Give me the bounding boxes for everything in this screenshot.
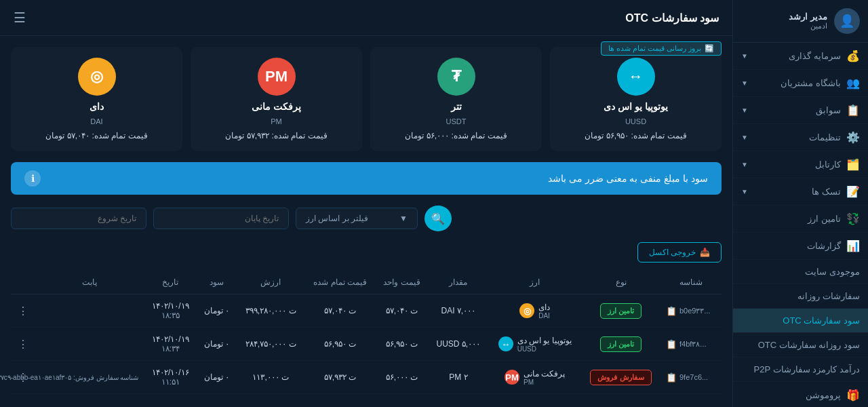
update-badge-label: بروز رسانی قیمت تمام شده ها <box>608 44 701 53</box>
crypto-card-dai: ◎ دای DAI قیمت تمام شده: ۵۷,۰۴۰ تومان <box>11 47 182 151</box>
sidebar-item-wallet[interactable]: 🗂️کارتابل▼ <box>733 151 868 178</box>
sidebar-label-supply: تامین ارز <box>808 214 841 224</box>
type-badge-0: تامین ارز <box>600 303 642 319</box>
cell-currency-2: پرفکت مانی PM PM <box>488 361 581 394</box>
sidebar-item-tasks[interactable]: 📝تسک ها▼ <box>733 178 868 206</box>
sidebar-item-inner-reports: 📊گزارشات <box>807 239 860 252</box>
copy-icon-2[interactable]: 📋 <box>666 372 677 383</box>
hash-value-2: 📋 9fe7c6... <box>666 372 716 383</box>
hash-value-1: 📋 f4bf۳۸... <box>666 339 716 349</box>
sidebar-item-p2p-income[interactable]: درآمد کارمزد سفارشات P2P <box>733 357 868 382</box>
page-title: سود سفارشات OTC <box>625 12 719 24</box>
crypto-price-pm: قیمت تمام شده: ۵۷,۹۳۲ تومان <box>225 131 327 140</box>
table-row: 📋 9fe7c6... سفارش فروش پرفکت مانی PM PM … <box>11 361 722 394</box>
chevron-down-icon-customers: ▼ <box>741 79 748 87</box>
crypto-price-usdt: قیمت تمام شده: ۵۶,۰۰۰ تومان <box>405 131 507 140</box>
sidebar-item-inner-p2p-income: درآمد کارمزد سفارشات P2P <box>754 364 860 374</box>
sidebar-nav: 💰سرمایه گذاری▼👥باشگاه مشتریان▼📋سوابق▼⚙️ت… <box>733 43 868 407</box>
sidebar-item-inner-customers: 👥باشگاه مشتریان <box>781 77 860 90</box>
currency-cell-0: دای DAI ◎ <box>494 303 576 319</box>
crypto-icon-dai: ◎ <box>78 58 116 96</box>
sidebar-item-inner-otc-profit: سود سفارشات OTC <box>783 315 860 326</box>
hamburger-icon[interactable]: ☰ <box>14 9 26 26</box>
crypto-name-uusd: یوتوپیا یو اس دی <box>604 101 668 112</box>
sidebar-item-inner-daily-orders: سفارشات روزانه <box>797 291 860 301</box>
type-badge-1: تامین ارز <box>600 336 642 352</box>
cell-profit-0: ۰ تومان <box>197 294 237 328</box>
crypto-name-pm: پرفکت مانی <box>252 101 301 112</box>
sidebar-item-customers[interactable]: 👥باشگاه مشتریان▼ <box>733 70 868 97</box>
sidebar-icon-reports: 📊 <box>846 239 860 252</box>
table-header: شناسهنوعارزمقدارقیمت واحدقیمت تمام شدهار… <box>11 271 722 294</box>
table-header-row: شناسهنوعارزمقدارقیمت واحدقیمت تمام شدهار… <box>11 271 722 294</box>
sidebar-item-inner-investment: 💰سرمایه گذاری <box>789 50 860 62</box>
sidebar-item-site-balance[interactable]: موجودی سایت <box>733 260 868 284</box>
export-label: خروجی اکسل <box>649 248 696 257</box>
table-col-تاریخ: تاریخ <box>144 271 197 294</box>
start-date-input[interactable] <box>11 208 146 229</box>
user-header: 👤 مدیر ارشد ادمین <box>733 0 868 43</box>
sidebar-item-reports[interactable]: 📊گزارشات <box>733 233 868 260</box>
sidebar-item-records[interactable]: 📋سوابق▼ <box>733 97 868 124</box>
sidebar-label-customers: باشگاه مشتریان <box>781 78 841 88</box>
sidebar: 👤 مدیر ارشد ادمین 💰سرمایه گذاری▼👥باشگاه … <box>732 0 868 407</box>
export-row: 📥 خروجی اکسل <box>11 242 722 263</box>
end-date-input[interactable] <box>153 208 289 229</box>
copy-icon-0[interactable]: 📋 <box>666 306 677 316</box>
cell-date-0: ۱۴۰۲/۱۰/۱۹۱۸:۳۵ <box>144 294 197 328</box>
info-bar-text: سود با مبلغ منفی به معنی ضرر می باشد <box>548 173 708 184</box>
cell-id-1: 📋 f4bf۳۸... <box>660 328 722 361</box>
sidebar-item-inner-settings: ⚙️تنظیمات <box>809 131 860 144</box>
cell-total-price-0: ت ۵۷,۰۴۰ <box>304 294 375 328</box>
crypto-icon-uusd: ↔ <box>617 58 655 96</box>
sidebar-icon-settings: ⚙️ <box>846 131 860 144</box>
currency-cell-2: پرفکت مانی PM PM <box>494 369 576 386</box>
sidebar-item-daily-orders[interactable]: سفارشات روزانه <box>733 284 868 309</box>
sidebar-item-otc-profit[interactable]: سود سفارشات OTC <box>733 309 868 333</box>
cell-profit-1: ۰ تومان <box>197 328 237 361</box>
main-content: سود سفارشات OTC ☰ 🔄 بروز رسانی قیمت تمام… <box>0 0 732 407</box>
user-info: مدیر ارشد ادمین <box>789 12 827 31</box>
sidebar-label-promotions: پروموشن <box>806 390 841 400</box>
update-prices-badge[interactable]: 🔄 بروز رسانی قیمت تمام شده ها <box>601 41 722 56</box>
top-header: سود سفارشات OTC ☰ <box>0 0 732 36</box>
sidebar-item-promotions[interactable]: 🎁پروموشن <box>733 382 868 407</box>
note-text-2: شناسه سفارش فروش: f۱۰dbef۰-af۰-۳۷c۹-abbb… <box>50 374 138 381</box>
cell-profit-2: ۰ تومان <box>197 361 237 394</box>
export-excel-button[interactable]: 📥 خروجی اکسل <box>637 242 722 263</box>
sidebar-label-daily-otc-profit: سود روزانه سفارشات OTC <box>758 340 860 350</box>
avatar: 👤 <box>834 8 860 34</box>
table-col-قیمت تمام شده: قیمت تمام شده <box>304 271 375 294</box>
cell-row-menu-1[interactable]: ⋮ <box>11 328 35 361</box>
currency-filter[interactable]: ▼ فیلتر بر اساس ارز <box>296 208 418 229</box>
cell-note-2: شناسه سفارش فروش: f۱۰dbef۰-af۰-۳۷c۹-abbb… <box>35 361 144 394</box>
cell-id-0: 📋 b0e9۳۳... <box>660 294 722 328</box>
sidebar-item-daily-otc-profit[interactable]: سود روزانه سفارشات OTC <box>733 333 868 357</box>
cell-value-1: ت ۲۸۴,۷۵۰,۰۰۰ <box>237 328 304 361</box>
sidebar-label-records: سوابق <box>816 105 841 115</box>
sidebar-item-investment[interactable]: 💰سرمایه گذاری▼ <box>733 43 868 70</box>
sidebar-label-reports: گزارشات <box>807 241 841 251</box>
crypto-cards-grid: 🔄 بروز رسانی قیمت تمام شده ها ↔ یوتوپیا … <box>11 47 722 151</box>
row-menu-icon-1[interactable]: ⋮ <box>18 338 28 350</box>
table-row: 📋 b0e9۳۳... تامین ارز دای DAI ◎ DAI ۷,۰۰… <box>11 294 722 328</box>
sidebar-label-otc-profit: سود سفارشات OTC <box>783 315 860 326</box>
copy-icon-1[interactable]: 📋 <box>666 339 677 349</box>
crypto-card-pm: PM پرفکت مانی PM قیمت تمام شده: ۵۷,۹۳۲ ت… <box>191 47 362 151</box>
cell-total-price-2: ت ۵۷,۹۳۲ <box>304 361 375 394</box>
type-badge-2: سفارش فروش <box>590 370 651 385</box>
chevron-down-icon-investment: ▼ <box>741 52 748 60</box>
info-bar: سود با مبلغ منفی به معنی ضرر می باشد ℹ <box>11 162 722 195</box>
cell-row-menu-0[interactable]: ⋮ <box>11 294 35 328</box>
row-menu-icon-0[interactable]: ⋮ <box>18 305 28 317</box>
cell-currency-1: یوتوپیا یو اس دی UUSD ↔ <box>488 328 581 361</box>
sidebar-icon-investment: 💰 <box>846 50 860 62</box>
chevron-down-icon-wallet: ▼ <box>741 161 748 168</box>
row-menu-icon-2[interactable]: ⋮ <box>18 372 28 383</box>
crypto-name-usdt: تتر <box>451 101 462 112</box>
sidebar-icon-promotions: 🎁 <box>846 389 860 402</box>
sidebar-item-supply[interactable]: 💱تامین ارز <box>733 206 868 233</box>
search-button[interactable]: 🔍 <box>425 206 452 231</box>
sidebar-icon-customers: 👥 <box>846 77 860 90</box>
sidebar-item-settings[interactable]: ⚙️تنظیمات▼ <box>733 124 868 151</box>
